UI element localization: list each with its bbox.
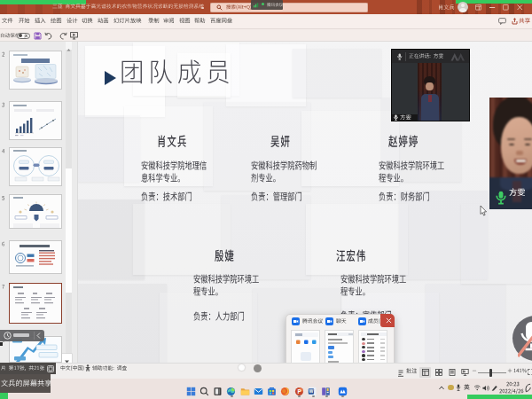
svg-text:P: P [297,387,301,394]
svg-text:W: W [309,388,313,394]
